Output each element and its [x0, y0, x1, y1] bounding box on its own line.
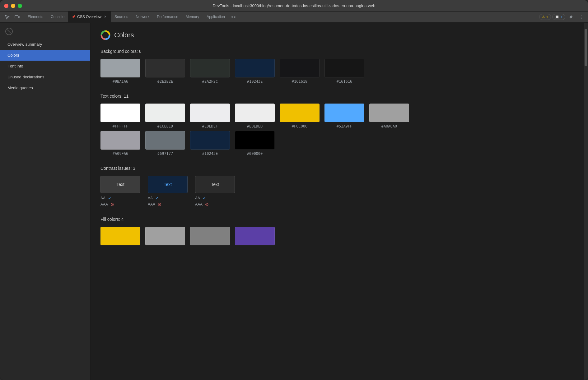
- swatch-label: #000000: [247, 151, 263, 156]
- tab-performance[interactable]: Performance: [153, 12, 182, 23]
- swatch-item: [235, 227, 275, 245]
- text-colors-swatches-row2: #A09FA6 #697177 #10243E #000000: [100, 131, 574, 156]
- swatch-label: #2A2F2C: [202, 79, 218, 84]
- device-icon[interactable]: [13, 13, 21, 21]
- aaa-fail-icon: ⊘: [205, 202, 209, 207]
- tab-css-overview[interactable]: 📌 CSS Overview ✕: [68, 12, 111, 23]
- swatch-item: #EDEDED: [235, 104, 275, 128]
- color-swatch[interactable]: [324, 104, 364, 122]
- svg-point-3: [103, 33, 108, 37]
- tab-memory[interactable]: Memory: [182, 12, 203, 23]
- contrast-preview-2[interactable]: Text: [148, 176, 188, 193]
- sidebar-item-media-queries[interactable]: Media queries: [0, 82, 90, 93]
- contrast-preview-3[interactable]: Text: [195, 176, 235, 193]
- info-count: 1: [561, 15, 562, 19]
- scrollbar-track[interactable]: [584, 23, 588, 380]
- text-colors-section: Text colors: 11 #FFFFFF #ECEEED #EDEDEF …: [100, 94, 574, 156]
- sidebar-item-unused-declarations[interactable]: Unused declarations: [0, 72, 90, 82]
- contrast-item-1: Text AA ✓ AAA ⊘: [100, 176, 140, 207]
- color-swatch[interactable]: [100, 227, 140, 245]
- swatch-item: #A0A0A0: [369, 104, 409, 128]
- swatch-label: #EDEDED: [247, 124, 263, 128]
- rating-label-aa: AA: [195, 196, 200, 200]
- color-swatch[interactable]: [145, 104, 185, 122]
- swatch-item: #F0C000: [280, 104, 320, 128]
- warning-count: 1: [546, 15, 548, 19]
- swatch-item: [190, 227, 230, 245]
- info-badge[interactable]: 🔲 1: [552, 14, 565, 20]
- tab-network[interactable]: Network: [132, 12, 153, 23]
- color-swatch[interactable]: [190, 104, 230, 122]
- swatch-item: #52A9FF: [324, 104, 364, 128]
- color-swatch[interactable]: [369, 104, 409, 122]
- more-tabs-button[interactable]: >>: [229, 15, 238, 19]
- swatch-item: [145, 227, 185, 245]
- settings-icon[interactable]: [567, 13, 575, 21]
- scrollbar-thumb[interactable]: [585, 29, 587, 66]
- swatch-item: #9BA1A6: [100, 59, 140, 84]
- color-swatch[interactable]: [324, 59, 364, 77]
- tab-close-button[interactable]: ✕: [103, 14, 107, 19]
- color-swatch[interactable]: [145, 59, 185, 77]
- color-swatch[interactable]: [280, 59, 320, 77]
- swatch-item: #10243E: [190, 131, 230, 156]
- tab-sources[interactable]: Sources: [111, 12, 132, 23]
- contrast-ratings-1: AA ✓ AAA ⊘: [100, 196, 140, 207]
- page-title: Colors: [114, 31, 134, 39]
- rating-label-aaa: AAA: [100, 202, 108, 206]
- color-swatch[interactable]: [100, 131, 140, 150]
- color-swatch[interactable]: [190, 227, 230, 245]
- color-swatch[interactable]: [145, 131, 185, 150]
- swatch-item: #10243E: [235, 59, 275, 84]
- content-area[interactable]: Colors Background colors: 6 #9BA1A6 #2E2…: [91, 23, 584, 380]
- tab-elements[interactable]: Elements: [24, 12, 47, 23]
- rating-row-aaa-1: AAA ⊘: [100, 202, 140, 207]
- svg-rect-0: [15, 16, 18, 18]
- color-swatch[interactable]: [235, 59, 275, 77]
- contrast-issues-section: Contrast issues: 3 Text AA ✓ AAA ⊘: [100, 166, 574, 207]
- color-swatch[interactable]: [280, 104, 320, 122]
- fill-colors-swatches: [100, 227, 574, 245]
- aa-pass-icon: ✓: [155, 196, 159, 201]
- rating-label-aaa: AAA: [195, 202, 203, 206]
- window-title: DevTools - localhost:3000/blog/resumen-d…: [212, 3, 375, 8]
- color-swatch[interactable]: [190, 59, 230, 77]
- color-swatch[interactable]: [235, 131, 275, 150]
- color-swatch[interactable]: [100, 104, 140, 122]
- close-button[interactable]: [4, 4, 8, 8]
- sidebar-item-font-info[interactable]: Font info: [0, 61, 90, 72]
- colors-page-icon: [100, 30, 110, 40]
- color-swatch[interactable]: [145, 227, 185, 245]
- tab-application[interactable]: Application: [203, 12, 229, 23]
- color-swatch[interactable]: [190, 131, 230, 150]
- sidebar-item-overview-summary[interactable]: Overview summary: [0, 39, 90, 50]
- fill-colors-section: Fill colors: 4: [100, 217, 574, 245]
- warning-badge[interactable]: ⚠ 1: [539, 14, 551, 20]
- inspect-icon[interactable]: [3, 13, 12, 21]
- tab-console[interactable]: Console: [47, 12, 68, 23]
- swatch-label: #9BA1A6: [113, 79, 128, 84]
- more-options-icon[interactable]: ⋮: [576, 13, 585, 21]
- traffic-lights: [4, 4, 22, 8]
- color-swatch[interactable]: [235, 227, 275, 245]
- info-icon: 🔲: [555, 15, 559, 19]
- swatch-label: #ECEEED: [157, 124, 173, 128]
- contrast-issues-title: Contrast issues: 3: [100, 166, 574, 171]
- swatch-item: #EDEDEF: [190, 104, 230, 128]
- maximize-button[interactable]: [18, 4, 22, 8]
- sidebar-item-colors[interactable]: Colors: [0, 50, 90, 61]
- contrast-item-2: Text AA ✓ AAA ⊘: [148, 176, 188, 207]
- rating-label-aa: AA: [100, 196, 105, 200]
- title-bar: DevTools - localhost:3000/blog/resumen-d…: [0, 0, 588, 12]
- background-colors-section: Background colors: 6 #9BA1A6 #2E2E2E #2A…: [100, 49, 574, 84]
- rating-row-aa-2: AA ✓: [148, 196, 188, 201]
- color-swatch[interactable]: [235, 104, 275, 122]
- swatch-label: #10243E: [202, 151, 218, 156]
- text-colors-title: Text colors: 11: [100, 94, 574, 99]
- swatch-label: #F0C000: [292, 124, 308, 128]
- color-swatch[interactable]: [100, 59, 140, 77]
- contrast-preview-1[interactable]: Text: [100, 176, 140, 193]
- warning-icon: ⚠: [542, 15, 545, 19]
- minimize-button[interactable]: [11, 4, 15, 8]
- aa-pass-icon: ✓: [203, 196, 206, 201]
